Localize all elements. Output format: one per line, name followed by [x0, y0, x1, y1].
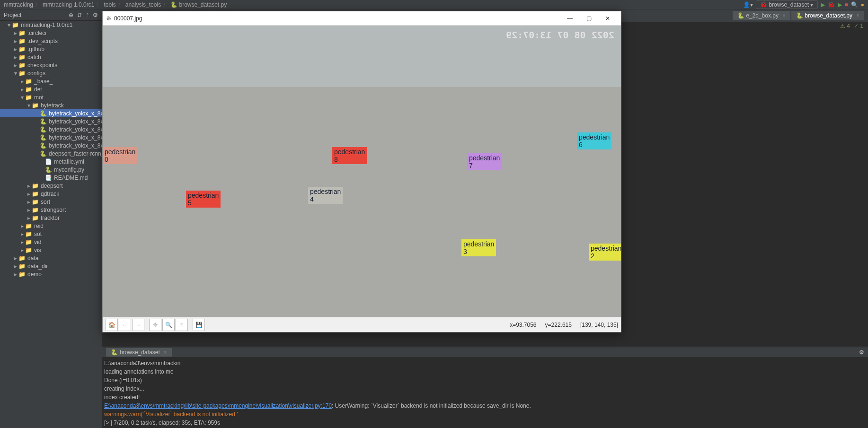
- terminal[interactable]: E:\anaconda3\envs\mmtrackin loading anno…: [102, 357, 868, 428]
- back-icon[interactable]: ←: [119, 319, 131, 331]
- image-window-title: 000007.jpg: [114, 15, 142, 22]
- tree-item[interactable]: ▸📁.dev_scripts: [0, 37, 102, 45]
- breadcrumb-item[interactable]: mmtracking-1.0.0rc1: [43, 1, 94, 8]
- tree-item[interactable]: ▸📁vid: [0, 238, 102, 246]
- tree-item[interactable]: 🐍deepsort_faster-rcnn_r5: [0, 149, 102, 157]
- project-sidebar: Project ⊕ ⇵ ÷ ⚙ ▾📁mmtracking-1.0.0rc1▸📁.…: [0, 9, 102, 428]
- coverage-icon[interactable]: ▶: [838, 1, 842, 8]
- plot-icon: ❊: [106, 15, 111, 22]
- file-link[interactable]: E:\anaconda3\envs\mmtracking\lib\site-pa…: [104, 402, 332, 409]
- close-icon[interactable]: ×: [164, 349, 167, 356]
- detection-box: pedestrian 0: [103, 147, 137, 164]
- tree-item[interactable]: 🐍bytetrack_yolox_x_8xb4: [0, 109, 102, 117]
- save-icon[interactable]: 💾: [193, 319, 205, 331]
- pan-icon[interactable]: ✥: [149, 319, 161, 331]
- breadcrumb-item[interactable]: mmtracking: [4, 1, 33, 8]
- search-icon[interactable]: 🔍: [851, 1, 858, 8]
- cursor-coords: x=93.7056 y=222.615 [139, 140, 135]: [510, 322, 618, 328]
- tree-item[interactable]: ▸📁_base_: [0, 77, 102, 85]
- collapse-icon[interactable]: ÷: [86, 12, 89, 18]
- tree-item[interactable]: ▸📁tracktor: [0, 214, 102, 222]
- image-canvas[interactable]: 2022 08 07 13:07:29 pedestrian 0pedestri…: [103, 26, 621, 317]
- gear-icon[interactable]: ⚙: [93, 12, 98, 18]
- matplotlib-toolbar: 🏠 ← → ✥ 🔍 ≡ 💾 x=93.7056 y=222.615 [139, …: [103, 317, 621, 332]
- tree-item[interactable]: ▸📁data_dir: [0, 262, 102, 270]
- expand-icon[interactable]: ⇵: [77, 12, 82, 18]
- detection-box: pedestrian 6: [577, 132, 611, 149]
- tree-item[interactable]: 🐍bytetrack_yolox_x_8xb4: [0, 117, 102, 125]
- home-icon[interactable]: 🏠: [106, 319, 118, 331]
- configure-icon[interactable]: ≡: [176, 319, 188, 331]
- project-tree[interactable]: ▾📁mmtracking-1.0.0rc1▸📁.circleci▸📁.dev_s…: [0, 21, 102, 428]
- close-button[interactable]: ✕: [598, 12, 617, 25]
- tree-item[interactable]: ▾📁mmtracking-1.0.0rc1: [0, 21, 102, 29]
- close-icon[interactable]: ×: [856, 12, 859, 19]
- detection-box: pedestrian 4: [308, 187, 343, 204]
- forward-icon[interactable]: →: [132, 319, 144, 331]
- minimize-button[interactable]: —: [560, 12, 579, 25]
- close-icon[interactable]: ×: [782, 12, 786, 19]
- tree-item[interactable]: ▸📁det: [0, 85, 102, 93]
- run-icon[interactable]: ▶: [821, 1, 825, 8]
- tree-item[interactable]: ▸📁checkpoints: [0, 61, 102, 69]
- tree-item[interactable]: ▸📁reid: [0, 222, 102, 230]
- tree-item[interactable]: 🐍bytetrack_yolox_x_8xb4: [0, 141, 102, 149]
- image-window: ❊000007.jpg — ▢ ✕ 2022 08 07 13:07:29 pe…: [102, 11, 621, 332]
- stop-icon[interactable]: ■: [845, 1, 848, 8]
- sidebar-header: Project ⊕ ⇵ ÷ ⚙: [0, 9, 102, 21]
- editor-tab[interactable]: 🐍 browse_dataset.py×: [791, 11, 864, 20]
- maximize-button[interactable]: ▢: [579, 12, 598, 25]
- settings-icon[interactable]: ●: [861, 1, 864, 8]
- breadcrumb: mmtracking〉mmtracking-1.0.0rc1〉tools〉ana…: [0, 0, 868, 9]
- tree-item[interactable]: ▾📁mot: [0, 93, 102, 101]
- user-icon[interactable]: 👤▾: [743, 1, 753, 8]
- tree-item[interactable]: ▸📁strongsort: [0, 206, 102, 214]
- breadcrumb-item[interactable]: analysis_tools: [125, 1, 161, 8]
- tree-item[interactable]: ▸📁data: [0, 254, 102, 262]
- tree-item[interactable]: ▾📁bytetrack: [0, 101, 102, 109]
- tree-item[interactable]: 🐍myconfig.py: [0, 166, 102, 174]
- debug-icon[interactable]: 🐞: [828, 1, 835, 8]
- tree-item[interactable]: 📄metafile.yml: [0, 157, 102, 166]
- tree-item[interactable]: 📑README.md: [0, 174, 102, 182]
- sidebar-title: Project: [4, 12, 21, 18]
- tree-item[interactable]: 🐍bytetrack_yolox_x_8xb4: [0, 125, 102, 133]
- tree-item[interactable]: ▸📁deepsort: [0, 182, 102, 190]
- run-settings-icon[interactable]: ⚙: [859, 349, 864, 356]
- image-window-titlebar[interactable]: ❊000007.jpg — ▢ ✕: [103, 11, 621, 26]
- tree-item[interactable]: ▸📁.circleci: [0, 29, 102, 37]
- run-tab[interactable]: 🐍 browse_dataset×: [106, 348, 172, 357]
- run-tabs: 🐍 browse_dataset× ⚙: [102, 347, 868, 357]
- detection-box: pedestrian 8: [332, 147, 367, 164]
- tree-item[interactable]: ▸📁sort: [0, 198, 102, 206]
- tree-item[interactable]: ▾📁configs: [0, 69, 102, 77]
- zoom-icon[interactable]: 🔍: [162, 319, 175, 331]
- tree-item[interactable]: ▸📁vis: [0, 246, 102, 254]
- timestamp-overlay: 2022 08 07 13:07:29: [506, 29, 614, 41]
- tree-item[interactable]: 🐍bytetrack_yolox_x_8xb4: [0, 133, 102, 141]
- tree-item[interactable]: ▸📁qdtrack: [0, 190, 102, 198]
- detection-box: pedestrian 2: [589, 244, 621, 261]
- breadcrumb-item[interactable]: 🐍 browse_dataset.py: [170, 1, 227, 8]
- breadcrumb-item[interactable]: tools: [104, 1, 115, 8]
- editor-tab[interactable]: 🐍 e_2d_box.py×: [733, 11, 790, 20]
- detection-box: pedestrian 7: [467, 153, 502, 170]
- tree-item[interactable]: ▸📁catch: [0, 53, 102, 61]
- run-config-select[interactable]: 🐞 browse_dataset ▾: [756, 0, 817, 9]
- top-toolbar: 👤▾ 🐞 browse_dataset ▾ ▶ 🐞 ▶ ■ 🔍 ●: [743, 0, 868, 9]
- tree-item[interactable]: ▸📁sot: [0, 230, 102, 238]
- check-badge: ✓ 1: [854, 23, 863, 29]
- detection-box: pedestrian 5: [186, 191, 221, 208]
- tree-item[interactable]: ▸📁.github: [0, 45, 102, 53]
- tree-item[interactable]: ▸📁demo: [0, 270, 102, 278]
- locate-icon[interactable]: ⊕: [69, 12, 73, 18]
- warn-badge: ⚠ 4: [840, 23, 850, 29]
- detection-box: pedestrian 3: [461, 239, 496, 256]
